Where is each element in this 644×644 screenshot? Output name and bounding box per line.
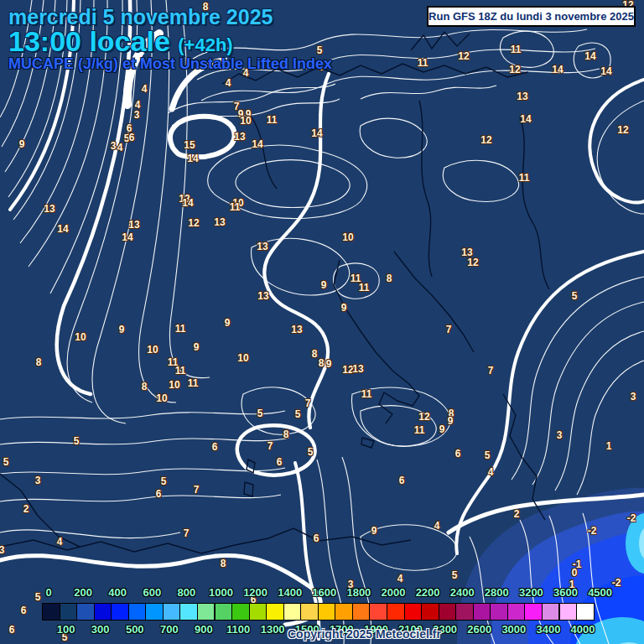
map-value-label: 8 <box>221 558 226 569</box>
map-value-label: 9 <box>321 279 327 291</box>
map-value-label: 11 <box>230 201 241 213</box>
map-value-label: 13 <box>234 131 245 143</box>
map-value-label: 2 <box>514 508 520 520</box>
legend-tick-label: 200 <box>74 586 92 599</box>
legend-cell <box>111 603 129 621</box>
map-value-label: 6 <box>9 624 15 636</box>
map-value-label: 9 <box>439 423 445 435</box>
map-value-label: 9 <box>19 138 25 150</box>
map-value-label: 12 <box>617 124 628 136</box>
parameter-subtitle: MUCAPE (J/kg) et Most Unstable Lifted In… <box>8 55 332 73</box>
map-value-label: 11 <box>519 172 530 184</box>
map-value-label: -2 <box>612 577 621 589</box>
legend-cell <box>542 603 560 621</box>
legend-tick-label: 3600 <box>553 586 578 599</box>
weather-map-page: 8121211544479910131114151414111214141413… <box>0 0 644 644</box>
forecast-offset: (+42h) <box>178 34 232 55</box>
map-value-label: 7 <box>305 397 311 409</box>
contour-map-svg <box>0 0 644 644</box>
map-value-label: 12 <box>509 64 520 75</box>
legend-cell <box>300 603 319 621</box>
legend-tick-label: 3400 <box>536 623 560 636</box>
map-value-label: 1 <box>606 440 612 452</box>
map-value-label: 13 <box>257 241 267 252</box>
legend-tick-label: 4000 <box>571 623 595 636</box>
map-value-label: 9 <box>448 415 454 427</box>
legend-tick-label: 1000 <box>209 586 233 599</box>
map-value-label: -2 <box>588 525 597 537</box>
map-value-label: 9 <box>119 324 125 335</box>
legend-tick-label: 2800 <box>485 586 509 599</box>
legend-cell <box>266 603 284 621</box>
legend-cell <box>249 603 267 621</box>
map-value-label: 12 <box>418 411 429 423</box>
legend-tick-label: 500 <box>126 623 144 636</box>
map-value-label: 5 <box>161 475 167 487</box>
map-value-label: 5 <box>35 591 41 603</box>
map-value-label: 12 <box>458 50 469 62</box>
legend-tick-label: 1800 <box>346 586 371 599</box>
map-value-label: 14 <box>520 113 531 125</box>
map-value-label: 6 <box>129 132 135 143</box>
map-value-label: 10 <box>342 231 353 243</box>
time-title: 13:00 locale (+42h) <box>8 25 233 58</box>
legend-cell <box>42 603 60 621</box>
map-value-label: 5 <box>452 569 458 581</box>
legend-cell <box>524 603 543 621</box>
legend-tick-label: 3000 <box>501 623 526 636</box>
map-value-label: 4 <box>488 466 494 478</box>
map-value-label: 10 <box>156 392 167 404</box>
map-value-label: 15 <box>184 139 195 151</box>
map-value-label: 11 <box>361 388 372 400</box>
map-value-label: 7 <box>488 365 494 377</box>
map-value-label: 6 <box>277 456 283 468</box>
map-value-label: 11 <box>359 282 370 293</box>
map-value-label: 4 <box>117 142 123 153</box>
map-value-label: 11 <box>175 323 186 335</box>
legend-tick-label: 4500 <box>588 586 612 599</box>
map-value-label: 9 <box>341 302 347 314</box>
map-value-label: 14 <box>552 64 563 75</box>
map-value-label: 13 <box>128 219 139 231</box>
legend-cell <box>335 603 353 621</box>
map-value-label: 6 <box>455 448 461 460</box>
map-value-label: 14 <box>252 138 262 150</box>
map-value-label: 3 <box>111 140 117 152</box>
map-value-label: 6 <box>212 441 218 453</box>
map-value-label: 6 <box>156 488 162 500</box>
map-value-label: 5 <box>317 44 323 56</box>
map-value-label: 13 <box>352 363 363 375</box>
legend-tick-label: 300 <box>91 623 110 636</box>
legend-cell <box>145 603 164 621</box>
legend-cell <box>76 603 95 621</box>
map-value-label: 13 <box>257 290 268 302</box>
map-value-label: 13 <box>214 216 225 228</box>
legend-tick-label: 100 <box>57 623 75 636</box>
legend-cell <box>490 603 508 621</box>
map-value-label: 5 <box>485 449 491 461</box>
map-value-label: 12 <box>188 217 199 229</box>
map-value-label: 10 <box>237 352 248 364</box>
legend-tick-label: 900 <box>195 623 213 636</box>
map-value-label: 3 <box>35 475 41 486</box>
map-value-label: 9 <box>326 358 332 370</box>
map-value-label: 12 <box>480 134 491 146</box>
legend-tick-label: 1600 <box>312 586 336 599</box>
map-value-label: 10 <box>75 331 86 343</box>
map-value-label: 9 <box>225 317 231 329</box>
map-value-label: 3 <box>0 544 4 556</box>
legend-tick-label: 2200 <box>416 586 440 599</box>
map-value-label: 12 <box>467 257 478 268</box>
map-value-label: 5 <box>572 290 578 302</box>
map-value-label: 4 <box>57 536 63 548</box>
map-value-label: 5 <box>257 408 263 419</box>
map-value-label: 6 <box>314 532 319 544</box>
legend-tick-label: 1300 <box>261 623 285 636</box>
map-value-label: 8 <box>319 357 325 369</box>
legend-tick-label: 2400 <box>450 586 475 599</box>
map-value-label: 8 <box>387 273 392 284</box>
map-value-label: 0 <box>572 567 578 579</box>
map-value-label: 8 <box>36 356 42 368</box>
legend-cell <box>421 603 439 621</box>
legend-tick-label: 1200 <box>243 586 267 599</box>
